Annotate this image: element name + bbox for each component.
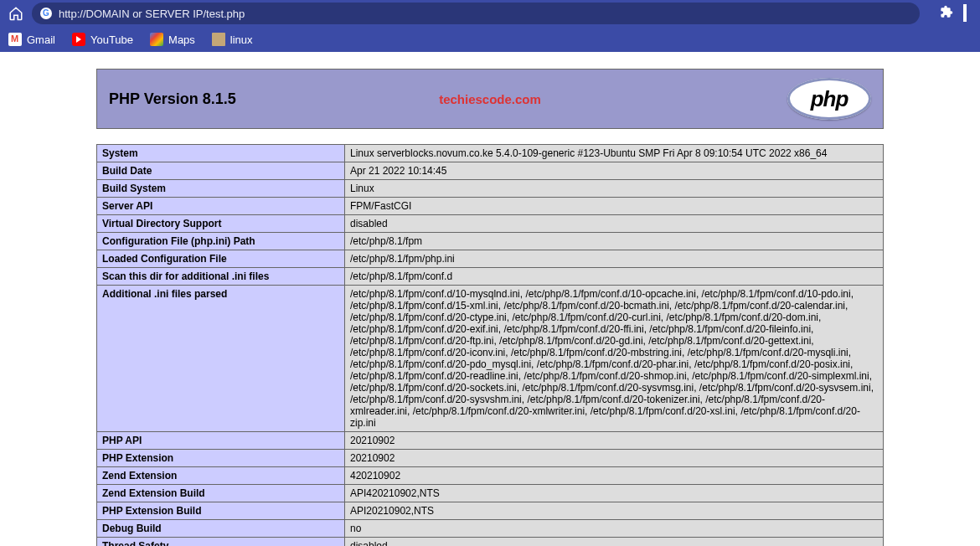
config-key: PHP API	[97, 432, 345, 450]
config-key: Additional .ini files parsed	[97, 286, 345, 432]
config-key: Loaded Configuration File	[97, 250, 345, 268]
address-bar[interactable]: http://DOMAIN or SERVER IP/test.php	[32, 3, 920, 24]
gmail-icon	[8, 33, 22, 46]
table-row: Loaded Configuration File/etc/php/8.1/fp…	[97, 250, 884, 268]
config-key: Virtual Directory Support	[97, 215, 345, 233]
table-row: Thread Safetydisabled	[97, 538, 884, 547]
table-row: PHP API20210902	[97, 432, 884, 450]
folder-icon	[212, 33, 225, 46]
phpinfo-header: PHP Version 8.1.5 techiescode.com php	[96, 69, 884, 129]
table-row: Scan this dir for additional .ini files/…	[97, 268, 884, 286]
table-row: Server APIFPM/FastCGI	[97, 198, 884, 215]
url-text: http://DOMAIN or SERVER IP/test.php	[59, 8, 245, 20]
php-logo-text: php	[811, 86, 848, 112]
config-value: API420210902,NTS	[345, 485, 884, 502]
php-logo: php	[787, 78, 871, 120]
config-value: /etc/php/8.1/fpm/conf.d/10-mysqlnd.ini, …	[345, 286, 884, 432]
bookmark-gmail[interactable]: Gmail	[8, 33, 55, 46]
config-value: 20210902	[345, 432, 884, 450]
config-key: Server API	[97, 198, 345, 215]
window-icon[interactable]	[963, 6, 967, 21]
config-key: Zend Extension	[97, 467, 345, 485]
table-row: Debug Buildno	[97, 520, 884, 538]
config-key: Configuration File (php.ini) Path	[97, 233, 345, 250]
watermark-text: techiescode.com	[439, 92, 541, 106]
config-value: API20210902,NTS	[345, 502, 884, 520]
config-value: 420210902	[345, 467, 884, 485]
table-row: Build DateApr 21 2022 10:14:45	[97, 162, 884, 180]
phpinfo-table: SystemLinux serverblocks.novum.co.ke 5.4…	[96, 144, 884, 546]
phpinfo-container: PHP Version 8.1.5 techiescode.com php Sy…	[96, 69, 884, 546]
table-row: Zend Extension420210902	[97, 467, 884, 485]
config-key: PHP Extension	[97, 450, 345, 467]
config-key: System	[97, 145, 345, 162]
table-row: PHP Extension BuildAPI20210902,NTS	[97, 502, 884, 520]
config-key: Thread Safety	[97, 538, 345, 547]
config-value: FPM/FastCGI	[345, 198, 884, 215]
table-row: Configuration File (php.ini) Path/etc/ph…	[97, 233, 884, 250]
config-value: no	[345, 520, 884, 538]
config-key: Zend Extension Build	[97, 485, 345, 502]
config-value: /etc/php/8.1/fpm	[345, 233, 884, 250]
table-row: Additional .ini files parsed/etc/php/8.1…	[97, 286, 884, 432]
config-value: /etc/php/8.1/fpm/php.ini	[345, 250, 884, 268]
browser-chrome: http://DOMAIN or SERVER IP/test.php Gmai…	[0, 0, 980, 52]
home-icon	[8, 6, 23, 21]
table-row: SystemLinux serverblocks.novum.co.ke 5.4…	[97, 145, 884, 162]
table-row: Virtual Directory Supportdisabled	[97, 215, 884, 233]
bookmark-youtube[interactable]: YouTube	[72, 33, 133, 46]
config-value: Linux serverblocks.novum.co.ke 5.4.0-109…	[345, 145, 884, 162]
toolbar-right	[940, 5, 973, 22]
home-button[interactable]	[7, 4, 25, 23]
config-value: Apr 21 2022 10:14:45	[345, 162, 884, 180]
youtube-icon	[72, 33, 85, 46]
maps-icon	[150, 33, 163, 46]
config-value: disabled	[345, 215, 884, 233]
config-value: Linux	[345, 180, 884, 198]
config-key: Debug Build	[97, 520, 345, 538]
bookmark-label: YouTube	[90, 33, 133, 46]
bookmark-linux-folder[interactable]: linux	[212, 33, 253, 46]
table-row: Zend Extension BuildAPI420210902,NTS	[97, 485, 884, 502]
config-value: 20210902	[345, 450, 884, 467]
table-row: PHP Extension20210902	[97, 450, 884, 467]
config-key: PHP Extension Build	[97, 502, 345, 520]
config-key: Build Date	[97, 162, 345, 180]
config-key: Build System	[97, 180, 345, 198]
config-key: Scan this dir for additional .ini files	[97, 268, 345, 286]
url-bar-row: http://DOMAIN or SERVER IP/test.php	[0, 0, 980, 27]
config-value: /etc/php/8.1/fpm/conf.d	[345, 268, 884, 286]
config-value: disabled	[345, 538, 884, 547]
bookmarks-bar: Gmail YouTube Maps linux	[0, 27, 980, 52]
bookmark-maps[interactable]: Maps	[150, 33, 195, 46]
extensions-icon[interactable]	[940, 5, 953, 22]
table-row: Build SystemLinux	[97, 180, 884, 198]
bookmark-label: linux	[230, 33, 253, 46]
bookmark-label: Maps	[168, 33, 195, 46]
bookmark-label: Gmail	[27, 33, 55, 46]
php-version-title: PHP Version 8.1.5	[109, 90, 236, 108]
page-content: PHP Version 8.1.5 techiescode.com php Sy…	[0, 52, 980, 546]
site-icon	[40, 8, 52, 19]
